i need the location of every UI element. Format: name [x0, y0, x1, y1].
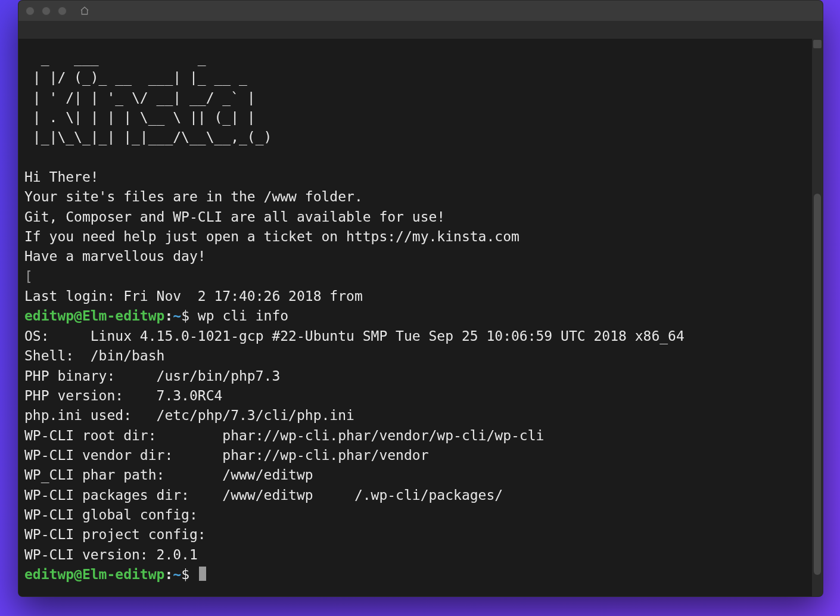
- scrollbar-top-marker: [813, 40, 822, 48]
- scrollbar-thumb[interactable]: [814, 194, 821, 575]
- prompt-user-host-2: editwp@Elm-editwp: [24, 567, 164, 582]
- output-phar-path: WP_CLI phar path: /www/editwp: [24, 467, 313, 483]
- terminal-body-row: _ ___ _ | |/ (_)_ __ ___| |_ __ _ | ' /|…: [18, 39, 823, 596]
- ascii-art-banner: _ ___ _ | |/ (_)_ __ ___| |_ __ _ | ' /|…: [24, 50, 272, 145]
- prompt-dollar-2: $: [181, 567, 189, 582]
- prompt-path: ~: [173, 308, 181, 323]
- greeting-line-3: Git, Composer and WP-CLI are all availab…: [24, 209, 445, 225]
- prompt-colon-2: :: [164, 567, 173, 582]
- output-global-config: WP-CLI global config:: [24, 507, 198, 522]
- output-version: WP-CLI version: 2.0.1: [24, 547, 198, 562]
- greeting-line-4: If you need help just open a ticket on h…: [24, 229, 519, 244]
- output-root-dir: WP-CLI root dir: phar://wp-cli.phar/vend…: [24, 428, 544, 443]
- terminal-output-area[interactable]: _ ___ _ | |/ (_)_ __ ___| |_ __ _ | ' /|…: [18, 39, 812, 596]
- terminal-cursor: [199, 567, 206, 581]
- greeting-line-2: Your site's files are in the /www folder…: [24, 189, 363, 204]
- window-close-button[interactable]: [26, 7, 35, 15]
- output-php-version: PHP version: 7.3.0RC4: [24, 388, 222, 403]
- terminal-window: _ ___ _ | |/ (_)_ __ ___| |_ __ _ | ' /|…: [18, 0, 823, 597]
- last-login-line: Last login: Fri Nov 2 17:40:26 2018 from: [24, 288, 363, 304]
- output-php-ini: php.ini used: /etc/php/7.3/cli/php.ini: [24, 407, 354, 423]
- window-minimize-button[interactable]: [42, 7, 51, 15]
- bracket-open: [: [24, 269, 33, 284]
- prompt-path-2: ~: [173, 567, 181, 582]
- entered-command: wp cli info: [198, 308, 288, 323]
- prompt-dollar: $: [181, 308, 189, 323]
- greeting-line-1: Hi There!: [24, 169, 99, 185]
- tab-strip: [18, 21, 823, 39]
- prompt-user-host: editwp@Elm-editwp: [24, 308, 164, 323]
- output-project-config: WP-CLI project config:: [24, 527, 206, 542]
- output-os: OS: Linux 4.15.0-1021-gcp #22-Ubuntu SMP…: [24, 328, 685, 344]
- greeting-line-5: Have a marvellous day!: [24, 248, 206, 264]
- output-packages-dir: WP-CLI packages dir: /www/editwp /.wp-cl…: [24, 487, 503, 503]
- output-vendor-dir: WP-CLI vendor dir: phar://wp-cli.phar/ve…: [24, 447, 429, 463]
- window-titlebar: [18, 1, 823, 21]
- prompt-colon: :: [164, 308, 173, 323]
- output-shell: Shell: /bin/bash: [24, 348, 164, 363]
- output-php-binary: PHP binary: /usr/bin/php7.3: [24, 368, 280, 384]
- home-icon: [80, 6, 89, 15]
- window-zoom-button[interactable]: [58, 7, 67, 15]
- vertical-scrollbar[interactable]: [812, 39, 823, 596]
